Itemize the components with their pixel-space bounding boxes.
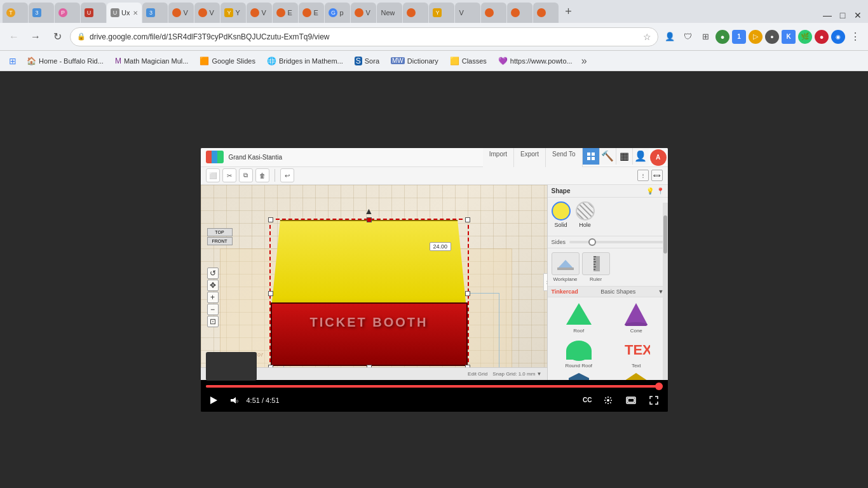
theater-mode-button[interactable] [622, 393, 640, 408]
tab-y1[interactable]: Y Y [220, 3, 246, 23]
tab-t[interactable]: T [3, 3, 28, 23]
bookmark-slides[interactable]: 🟧 Google Slides [194, 55, 261, 67]
bookmark-dictionary[interactable]: MW Dictionary [386, 55, 444, 67]
shield-icon[interactable]: 🛡 [680, 29, 695, 44]
zoom-out-btn[interactable]: − [207, 304, 219, 315]
tab-v8[interactable] [533, 3, 559, 23]
nav-cube[interactable]: TOP FRONT [207, 228, 233, 263]
toolbar-undo-btn[interactable]: ↩ [280, 168, 294, 182]
tab-v5[interactable] [403, 3, 428, 23]
tab-new2[interactable]: V [455, 3, 480, 23]
tab-3a[interactable]: 3 [29, 3, 54, 23]
tab-v7[interactable] [507, 3, 532, 23]
shape-round-roof[interactable]: Round Roof [552, 336, 607, 369]
toolbar-cut-btn[interactable]: ✂ [222, 168, 236, 182]
shape-roof[interactable]: Roof [552, 301, 607, 334]
tab-u[interactable]: U [81, 3, 106, 23]
ext-red-icon[interactable]: ● [815, 30, 829, 44]
tab-y2[interactable]: Y [429, 3, 454, 23]
ext-green-icon[interactable]: ● [715, 30, 729, 44]
volume-button[interactable]: )) [226, 393, 241, 408]
toolbar-paste-btn[interactable]: ⧉ [239, 168, 253, 182]
panel-scrollbar[interactable] [663, 203, 668, 380]
workplane-tool[interactable]: Workplane [552, 252, 580, 282]
forward-button[interactable]: → [27, 28, 44, 46]
tab-p[interactable]: P [55, 3, 80, 23]
close-button[interactable]: ✕ [850, 8, 865, 23]
ext-blue2-icon[interactable]: ◉ [831, 30, 845, 44]
bookmark-sora[interactable]: S Sora [349, 55, 384, 67]
shape-light-icon[interactable]: 💡 [646, 187, 654, 194]
bookmark-powtoon[interactable]: 💜 https://www.powto... [493, 55, 578, 67]
ext-k-icon[interactable]: K [782, 30, 796, 44]
shape-cone[interactable]: Cone [609, 301, 664, 334]
settings-button[interactable] [599, 393, 617, 408]
fullscreen-button[interactable] [645, 393, 663, 408]
tab-v4[interactable]: V [351, 3, 376, 23]
new-tab-button[interactable]: + [559, 3, 577, 20]
tab-v1[interactable]: V [168, 3, 194, 23]
grid-icon[interactable]: ⊞ [698, 29, 713, 44]
bookmark-home[interactable]: 🏠 Home - Buffalo Rid... [22, 55, 109, 67]
tab-g[interactable]: G p [325, 3, 350, 23]
shape-yellow-item[interactable] [609, 371, 664, 380]
tab-v6[interactable] [481, 3, 506, 23]
video-player[interactable]: Grand Kasi-Stantia All changes saved Imp… [201, 148, 668, 412]
user-icon[interactable]: 👤 [632, 148, 649, 165]
zoom-fit-btn[interactable]: ⊡ [207, 316, 219, 327]
shape-pin-icon[interactable]: 📍 [656, 187, 664, 194]
cc-button[interactable]: CC [581, 396, 593, 404]
profile-icon[interactable]: 👤 [662, 29, 677, 44]
ruler-tool[interactable]: Ruler [582, 252, 610, 282]
nav-cube-front[interactable]: FRONT [207, 237, 233, 245]
zoom-pan-btn[interactable]: ✥ [207, 280, 219, 291]
apps-icon[interactable]: ⊞ [5, 53, 20, 69]
progress-bar[interactable] [206, 385, 663, 388]
ext-orange-icon[interactable]: ▷ [749, 30, 763, 44]
align-icon[interactable]: ⋮ [637, 170, 649, 181]
hammer-icon[interactable]: 🔨 [599, 148, 616, 165]
send-to-button[interactable]: Send To [546, 148, 583, 167]
layers-icon[interactable]: ▦ [616, 148, 632, 165]
zoom-rotate-btn[interactable]: ↺ [207, 268, 219, 279]
tab-v2[interactable]: V [194, 3, 220, 23]
shape-blue-item[interactable] [552, 371, 607, 380]
bookmark-classes[interactable]: 🟨 Classes [445, 55, 492, 67]
nav-cube-top[interactable]: TOP [207, 228, 233, 236]
avatar-icon[interactable]: A [650, 149, 667, 166]
tab-close-btn[interactable]: ✕ [133, 10, 138, 17]
url-bar[interactable]: 🔒 drive.google.com/file/d/1SR4dlF3T9cyPd… [70, 27, 658, 46]
back-button[interactable]: ← [5, 28, 23, 46]
tab-new1[interactable]: New [377, 3, 402, 23]
shapes-library-selector[interactable]: Tinkercad Basic Shapes ▼ [548, 287, 668, 297]
ext-blue-icon[interactable]: 1 [732, 30, 746, 44]
toolbar-delete-btn[interactable]: 🗑 [255, 168, 269, 182]
minimize-button[interactable]: — [820, 8, 835, 23]
tab-active[interactable]: U Ux ✕ [107, 3, 142, 23]
ext-dark-icon[interactable]: ● [765, 30, 779, 44]
tab-3b[interactable]: 3 [142, 3, 168, 23]
maximize-button[interactable]: □ [835, 8, 850, 23]
tab-v3[interactable]: V [247, 3, 272, 23]
collapse-panel-arrow[interactable]: › [543, 273, 547, 291]
sides-slider[interactable] [569, 241, 663, 243]
bookmarks-more-button[interactable]: » [581, 55, 587, 67]
bookmark-star-icon[interactable]: ☆ [643, 32, 651, 42]
tab-e1[interactable]: E [273, 3, 298, 23]
ext-green2-icon[interactable]: 🌿 [798, 30, 812, 44]
bookmark-math[interactable]: M Math Magician Mul... [110, 55, 193, 67]
mirror-icon[interactable]: ⟺ [651, 170, 663, 181]
menu-button[interactable]: ⋮ [848, 29, 863, 44]
grid-view-icon[interactable] [583, 148, 599, 165]
play-pause-button[interactable] [206, 393, 221, 408]
hole-option[interactable]: Hole [576, 201, 595, 228]
refresh-button[interactable]: ↻ [48, 28, 66, 46]
import-button[interactable]: Import [483, 148, 514, 167]
shape-text-item[interactable]: TEXT Text [609, 336, 664, 369]
export-button[interactable]: Export [514, 148, 546, 167]
bookmark-bridges[interactable]: 🌐 Bridges in Mathem... [262, 55, 348, 67]
solid-option[interactable]: Solid [552, 201, 571, 228]
toolbar-copy-btn[interactable]: ⬜ [206, 168, 220, 182]
tab-e2[interactable]: E [299, 3, 324, 23]
zoom-in-btn[interactable]: + [207, 292, 219, 303]
